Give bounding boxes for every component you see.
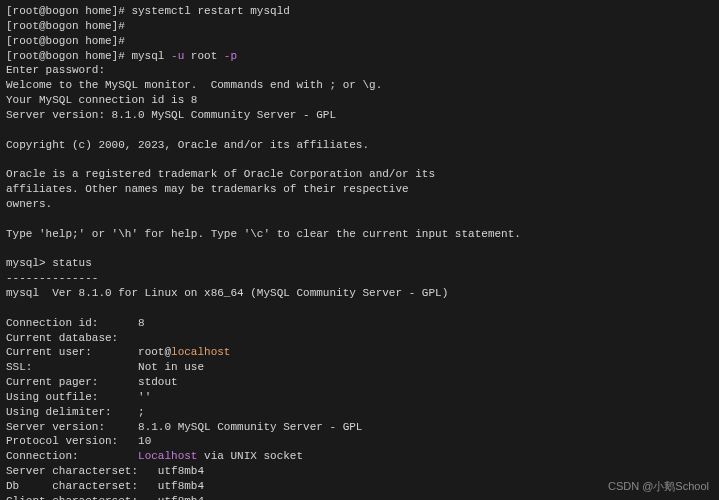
trademark-line-2: affiliates. Other names may be trademark…: [6, 182, 713, 197]
localhost-purple: Localhost: [138, 450, 197, 462]
kv-connection: Connection: Localhost via UNIX socket: [6, 449, 713, 464]
welcome-line: Welcome to the MySQL monitor. Commands e…: [6, 78, 713, 93]
kv-outfile: Using outfile: '': [6, 390, 713, 405]
flag-u: -u: [171, 50, 184, 62]
kv-db-charset: Db characterset: utf8mb4: [6, 479, 713, 494]
kv-client-charset: Client characterset: utf8mb4: [6, 494, 713, 500]
mysql-version-line: mysql Ver 8.1.0 for Linux on x86_64 (MyS…: [6, 286, 713, 301]
blank-line: [6, 152, 713, 167]
kv-ssl: SSL: Not in use: [6, 360, 713, 375]
kv-server-version: Server version: 8.1.0 MySQL Community Se…: [6, 420, 713, 435]
mysql-prompt: mysql>: [6, 257, 52, 269]
prompt-text: [root@bogon home]# mysql: [6, 50, 171, 62]
enter-password: Enter password:: [6, 63, 713, 78]
status-command: status: [52, 257, 92, 269]
prompt-line-2: [root@bogon home]#: [6, 19, 713, 34]
kv-current-database: Current database:: [6, 331, 713, 346]
trademark-line-1: Oracle is a registered trademark of Orac…: [6, 167, 713, 182]
localhost-text: localhost: [171, 346, 230, 358]
prompt-line-1: [root@bogon home]# systemctl restart mys…: [6, 4, 713, 19]
help-line: Type 'help;' or '\h' for help. Type '\c'…: [6, 227, 713, 242]
kv-connection-id: Connection id: 8: [6, 316, 713, 331]
kv-protocol-version: Protocol version: 10: [6, 434, 713, 449]
mysql-status-cmd: mysql> status: [6, 256, 713, 271]
trademark-line-3: owners.: [6, 197, 713, 212]
kv-current-user: Current user: root@localhost: [6, 345, 713, 360]
arg-root: root: [184, 50, 224, 62]
kv-server-charset: Server characterset: utf8mb4: [6, 464, 713, 479]
connection-id-line: Your MySQL connection id is 8: [6, 93, 713, 108]
prompt-line-4: [root@bogon home]# mysql -u root -p: [6, 49, 713, 64]
terminal-output: [root@bogon home]# systemctl restart mys…: [6, 4, 713, 500]
blank-line: [6, 212, 713, 227]
blank-line: [6, 123, 713, 138]
server-version-line: Server version: 8.1.0 MySQL Community Se…: [6, 108, 713, 123]
copyright-line: Copyright (c) 2000, 2023, Oracle and/or …: [6, 138, 713, 153]
kv-delimiter: Using delimiter: ;: [6, 405, 713, 420]
watermark-text: CSDN @小鹅School: [608, 479, 709, 494]
blank-line: [6, 301, 713, 316]
prompt-line-3: [root@bogon home]#: [6, 34, 713, 49]
blank-line: [6, 242, 713, 257]
kv-pager: Current pager: stdout: [6, 375, 713, 390]
dashes-line: --------------: [6, 271, 713, 286]
flag-p: -p: [224, 50, 237, 62]
